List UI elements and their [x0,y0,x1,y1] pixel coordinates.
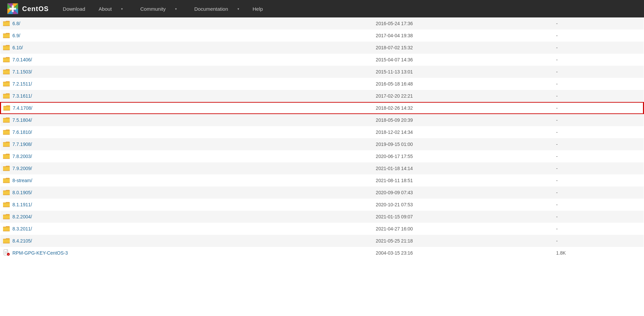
table-row: 8.1.1911/2020-10-21 07:53- [0,199,644,211]
file-link[interactable]: 8.1.1911/ [3,201,370,208]
file-date-cell: 2019-09-15 01:00 [373,138,553,150]
file-link[interactable]: 7.9.2009/ [3,165,370,172]
file-link[interactable]: 8.0.1905/ [3,189,370,196]
file-name: 6.8/ [12,21,20,26]
file-name: 7.2.1511/ [12,81,32,87]
file-name-cell: 6.8/ [0,17,373,30]
file-date-cell: 2018-07-02 15:32 [373,42,553,54]
svg-rect-44 [3,215,10,219]
table-row: 7.9.2009/2021-01-18 14:14- [0,162,644,174]
table-row: 7.4.1708/2018-02-26 14:32- [0,102,644,114]
folder-icon [3,44,10,51]
svg-rect-34 [3,154,10,158]
file-size-cell: - [553,90,644,102]
file-link[interactable]: 7.5.1804/ [3,117,370,124]
nav-item-community[interactable]: Community ▾ [132,2,185,16]
file-name-cell: 7.2.1511/ [0,78,373,90]
file-link[interactable]: 8-stream/ [3,177,370,184]
svg-rect-36 [3,166,10,170]
file-name-cell: 7.5.1804/ [0,114,373,126]
nav-link-download[interactable]: Download [59,4,89,14]
file-date-cell: 2017-02-20 22:21 [373,90,553,102]
table-row: 7.6.1810/2018-12-02 14:34- [0,126,644,138]
file-link[interactable]: 6.9/ [3,32,370,39]
file-link[interactable]: 7.4.1708/ [3,105,370,112]
svg-rect-18 [3,58,10,62]
nav-link-help[interactable]: Help [249,4,267,14]
file-size-cell: - [553,78,644,90]
folder-icon [3,129,10,136]
file-link[interactable]: 7.7.1908/ [3,141,370,148]
svg-rect-38 [3,178,10,182]
file-link[interactable]: 7.3.1611/ [3,93,370,100]
file-name-cell: 6.10/ [0,42,373,54]
file-name-cell: 8.2.2004/ [0,211,373,223]
file-date-cell: 2004-03-15 23:16 [373,247,553,259]
file-size-cell: - [553,30,644,42]
table-row: 7.3.1611/2017-02-20 22:21- [0,90,644,102]
about-dropdown-icon: ▾ [117,5,127,13]
file-size-cell: - [553,162,644,174]
file-name: RPM-GPG-KEY-CentOS-3 [12,250,68,256]
table-row: 6.8/2016-05-24 17:36- [0,17,644,30]
file-name: 7.9.2009/ [12,166,32,171]
file-size-cell: 1.8K [553,247,644,259]
file-date-cell: 2020-06-17 17:55 [373,150,553,162]
folder-icon [3,68,10,75]
file-link[interactable]: 8.2.2004/ [3,213,370,220]
file-name: 7.8.2003/ [12,154,32,159]
nav-item-documentation[interactable]: Documentation ▾ [186,2,247,16]
folder-icon [3,213,10,220]
file-link[interactable]: 7.2.1511/ [3,81,370,88]
nav-link-about[interactable]: About ▾ [91,2,131,16]
nav-menu: Download About ▾ Community ▾ Documentati… [59,2,267,16]
file-link[interactable]: ? RPM-GPG-KEY-CentOS-3 [3,249,370,257]
file-link[interactable]: 6.10/ [3,44,370,51]
file-date-cell: 2017-04-04 19:38 [373,30,553,42]
folder-icon [3,105,10,112]
file-size-cell: - [553,102,644,114]
svg-rect-22 [3,82,10,86]
nav-link-community[interactable]: Community ▾ [132,2,185,16]
file-date-cell: 2021-01-18 14:14 [373,162,553,174]
table-row: 7.8.2003/2020-06-17 17:55- [0,150,644,162]
table-row: 7.2.1511/2016-05-18 16:48- [0,78,644,90]
file-link[interactable]: 6.8/ [3,20,370,27]
file-name-cell: 7.9.2009/ [0,162,373,174]
folder-icon [3,189,10,196]
file-link[interactable]: 7.6.1810/ [3,129,370,136]
table-row: 7.7.1908/2019-09-15 01:00- [0,138,644,150]
folder-icon [3,20,10,27]
table-row: 8.4.2105/2021-05-25 21:18- [0,235,644,247]
file-link[interactable]: 7.1.1503/ [3,68,370,75]
svg-rect-10 [9,8,16,10]
file-link[interactable]: 7.0.1406/ [3,56,370,63]
file-date-cell: 2018-12-02 14:34 [373,126,553,138]
file-name: 6.9/ [12,33,20,38]
file-listing-table: 6.8/2016-05-24 17:36- 6.9/2017-04-04 19:… [0,17,644,259]
file-date-cell: 2016-05-24 17:36 [373,17,553,30]
brand-logo[interactable]: CentOS [7,3,49,15]
file-date-cell: 2020-09-09 07:43 [373,187,553,199]
nav-link-documentation[interactable]: Documentation ▾ [186,2,247,16]
file-link[interactable]: 8.4.2105/ [3,238,370,245]
nav-item-about[interactable]: About ▾ [91,2,131,16]
file-name-cell: 7.3.1611/ [0,90,373,102]
nav-item-download[interactable]: Download [59,4,89,14]
file-link[interactable]: 7.8.2003/ [3,153,370,160]
community-dropdown-icon: ▾ [171,5,181,13]
svg-rect-28 [3,118,10,122]
file-name: 7.3.1611/ [12,93,32,99]
table-row: 7.0.1406/2015-04-07 14:36- [0,54,644,66]
file-size-cell: - [553,138,644,150]
file-link[interactable]: 8.3.2011/ [3,225,370,232]
file-name-cell: 8.3.2011/ [0,223,373,235]
file-date-cell: 2015-04-07 14:36 [373,54,553,66]
nav-item-help[interactable]: Help [249,4,267,14]
file-date-cell: 2021-08-11 18:51 [373,174,553,187]
file-size-cell: - [553,126,644,138]
file-size-cell: - [553,42,644,54]
file-name: 7.6.1810/ [12,129,32,135]
table-row: ? RPM-GPG-KEY-CentOS-32004-03-15 23:161.… [0,247,644,259]
table-row: 6.9/2017-04-04 19:38- [0,30,644,42]
